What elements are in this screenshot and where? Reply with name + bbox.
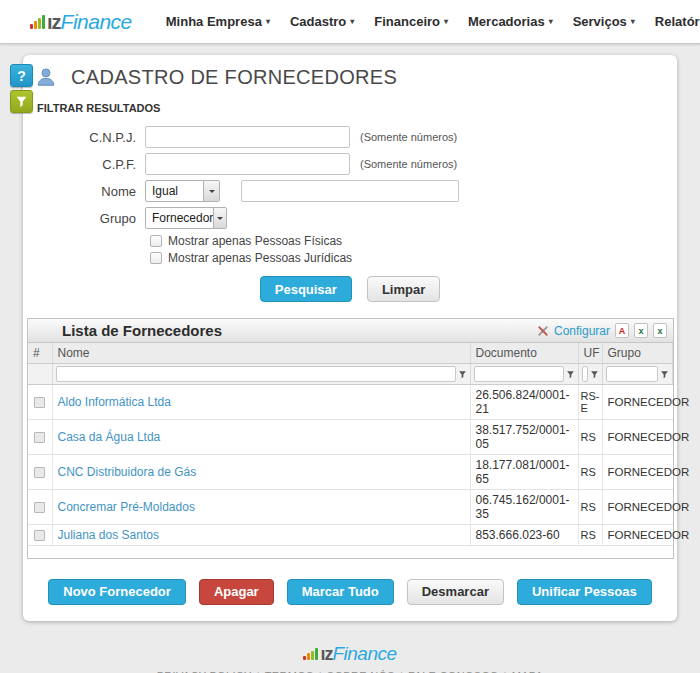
grupo-select[interactable]: Fornecedor: [145, 207, 227, 229]
checkbox-icon: [150, 235, 162, 247]
unify-people-button[interactable]: Unificar Pessoas: [517, 579, 652, 605]
documento-cell: 853.666.023-60: [470, 525, 578, 546]
filter-documento-input[interactable]: [474, 366, 564, 382]
supplier-link[interactable]: Concremar Pré-Moldados: [58, 500, 195, 514]
chevron-down-icon: ▾: [350, 18, 354, 26]
deselect-button[interactable]: Desmarcar: [407, 579, 504, 605]
uf-cell: RS: [578, 420, 602, 455]
uf-cell: RS: [578, 525, 602, 546]
supplier-link[interactable]: Aldo Informática Ltda: [58, 395, 171, 409]
nome-operator-select[interactable]: Igual: [145, 180, 220, 202]
filter-grupo-input[interactable]: [606, 366, 659, 382]
main-menu: Minha Empresa▾ Cadastro▾ Financeiro▾ Mer…: [166, 14, 700, 29]
logo-bars-icon: [30, 15, 45, 29]
export-excel-all-icon[interactable]: x: [653, 323, 667, 338]
cpf-input[interactable]: [145, 153, 350, 175]
documento-cell: 06.745.162/0001-35: [470, 490, 578, 525]
footer-link-privacy[interactable]: PRIVACY POLICY: [157, 670, 252, 673]
person-icon: [35, 66, 57, 88]
table-title: Lista de Fornecedores: [62, 322, 537, 339]
nome-input[interactable]: [241, 180, 459, 202]
logo-text-prefix: ız: [47, 11, 61, 34]
chevron-down-icon: ▾: [266, 18, 270, 26]
nome-label: Nome: [23, 184, 145, 199]
nav-item-minha-empresa[interactable]: Minha Empresa▾: [166, 14, 270, 29]
row-checkbox[interactable]: [34, 530, 45, 541]
search-button[interactable]: Pesquisar: [260, 276, 352, 302]
chevron-down-icon: ▾: [631, 18, 635, 26]
row-checkbox[interactable]: [34, 467, 45, 478]
footer-link-mapa[interactable]: MAPA: [512, 670, 544, 673]
brand-logo[interactable]: ız Finance: [30, 10, 132, 34]
supplier-link[interactable]: Casa da Água Ltda: [58, 430, 161, 444]
table-row: Casa da Água Ltda 38.517.752/0001-05 RS …: [28, 420, 673, 455]
table-filter-row: [28, 364, 673, 385]
filter-toggle-button[interactable]: [10, 90, 33, 113]
bottom-actions: Novo Fornecedor Apagar Marcar Tudo Desma…: [23, 579, 677, 605]
row-checkbox[interactable]: [34, 432, 45, 443]
supplier-link[interactable]: CNC Distribuidora de Gás: [58, 465, 197, 479]
chevron-down-icon: ▾: [444, 18, 448, 26]
nav-item-cadastro[interactable]: Cadastro▾: [290, 14, 354, 29]
cnpj-label: C.N.P.J.: [23, 130, 145, 145]
footer-link-termos[interactable]: TERMOS: [265, 670, 314, 673]
filter-nome-input[interactable]: [56, 366, 456, 382]
uf-cell: RS-E: [578, 385, 602, 420]
suppliers-grid: # Nome Documento UF Grupo: [28, 343, 673, 558]
footer-link-sobre-nos[interactable]: SOBRE NÓS: [327, 670, 395, 673]
select-all-button[interactable]: Marcar Tudo: [287, 579, 394, 605]
checkbox-pessoas-juridicas[interactable]: Mostrar apenas Pessoas Jurídicas: [150, 251, 677, 265]
cpf-label: C.P.F.: [23, 157, 145, 172]
nav-item-servicos[interactable]: Serviços▾: [573, 14, 635, 29]
col-header-documento[interactable]: Documento: [470, 343, 578, 364]
col-header-num[interactable]: #: [28, 343, 52, 364]
col-header-uf[interactable]: UF: [578, 343, 602, 364]
supplier-link[interactable]: Juliana dos Santos: [58, 528, 159, 542]
filter-funnel-icon[interactable]: [458, 370, 467, 379]
page: ız Finance Minha Empresa▾ Cadastro▾ Fina…: [0, 0, 700, 673]
content-panel: CADASTRO DE FORNECEDORES FILTRAR RESULTA…: [23, 55, 677, 621]
filter-uf-input[interactable]: [582, 366, 588, 382]
filter-funnel-icon[interactable]: [590, 370, 599, 379]
table-row: Aldo Informática Ltda 26.506.824/0001-21…: [28, 385, 673, 420]
top-nav: ız Finance Minha Empresa▾ Cadastro▾ Fina…: [0, 0, 700, 44]
page-title: CADASTRO DE FORNECEDORES: [71, 66, 397, 89]
configure-tools-icon: [537, 325, 549, 337]
help-button[interactable]: ?: [10, 64, 33, 87]
cpf-note: (Somente números): [360, 158, 457, 170]
grupo-cell: FORNECEDOR: [602, 385, 673, 420]
table-row: CNC Distribuidora de Gás 18.177.081/0001…: [28, 455, 673, 490]
footer-link-fale-conosco[interactable]: FALE CONOSCO: [408, 670, 498, 673]
nav-item-relatorios[interactable]: Relatórios▾: [655, 14, 700, 29]
checkbox-pessoas-fisicas[interactable]: Mostrar apenas Pessoas Físicas: [150, 234, 677, 248]
grupo-cell: FORNECEDOR: [602, 455, 673, 490]
table-title-bar: Lista de Fornecedores Configurar A x x: [28, 319, 673, 343]
suppliers-table: Lista de Fornecedores Configurar A x x: [27, 318, 674, 559]
page-header: CADASTRO DE FORNECEDORES: [23, 65, 677, 89]
side-buttons: ?: [10, 64, 33, 116]
grupo-cell: FORNECEDOR: [602, 420, 673, 455]
cnpj-input[interactable]: [145, 126, 350, 148]
nav-item-mercadorias[interactable]: Mercadorias▾: [468, 14, 553, 29]
clear-button[interactable]: Limpar: [367, 276, 440, 302]
table-row: Concremar Pré-Moldados 06.745.162/0001-3…: [28, 490, 673, 525]
delete-button[interactable]: Apagar: [199, 579, 274, 605]
filter-funnel-icon[interactable]: [566, 370, 575, 379]
row-checkbox[interactable]: [34, 502, 45, 513]
filter-funnel-icon[interactable]: [660, 370, 669, 379]
col-header-nome[interactable]: Nome: [52, 343, 470, 364]
nav-item-financeiro[interactable]: Financeiro▾: [374, 14, 448, 29]
chevron-down-icon: ▾: [549, 18, 553, 26]
col-header-grupo[interactable]: Grupo: [602, 343, 673, 364]
cnpj-note: (Somente números): [360, 131, 457, 143]
export-excel-icon[interactable]: x: [634, 323, 648, 338]
select-arrow-icon: [213, 208, 226, 228]
new-supplier-button[interactable]: Novo Fornecedor: [48, 579, 186, 605]
filter-heading: FILTRAR RESULTADOS: [37, 102, 677, 114]
configure-link[interactable]: Configurar: [554, 324, 610, 338]
row-checkbox[interactable]: [34, 397, 45, 408]
select-arrow-icon: [203, 181, 219, 201]
export-pdf-icon[interactable]: A: [615, 323, 629, 338]
table-row: Juliana dos Santos 853.666.023-60 RS FOR…: [28, 525, 673, 546]
logo-text-main: Finance: [61, 10, 132, 34]
